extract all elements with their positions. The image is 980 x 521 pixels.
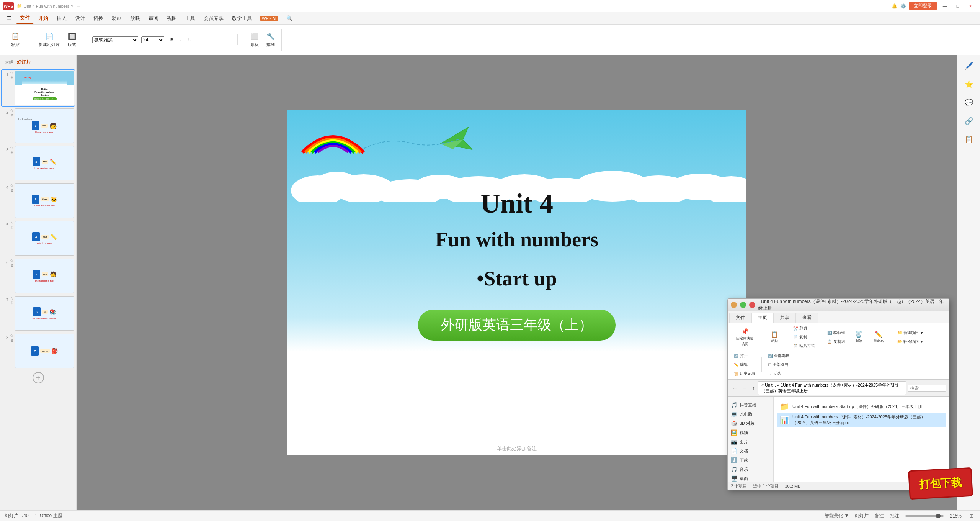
comments-btn[interactable]: 批注 bbox=[890, 513, 899, 519]
right-btn-copy[interactable]: 📋 bbox=[961, 132, 977, 147]
fm-btn-open[interactable]: ↗️ 打开 bbox=[731, 352, 758, 360]
menu-item-tools[interactable]: 工具 bbox=[181, 13, 199, 23]
fm-sidebar-thispc[interactable]: 💻 此电脑 bbox=[728, 410, 773, 419]
menu-item-wpsai[interactable]: WPS AI bbox=[256, 14, 282, 23]
slide-thumb-4[interactable]: 4 ☆ ⊕ 3 three 🐱 There are three cats bbox=[2, 183, 75, 219]
fm-btn-moveto[interactable]: ➡️ 移动到 bbox=[824, 329, 848, 337]
fm-minimize-btn[interactable] bbox=[731, 302, 737, 308]
fm-btn-delete[interactable]: 🗑️ 删除 bbox=[849, 329, 868, 345]
menu-item-design[interactable]: 设计 bbox=[71, 13, 89, 23]
bold-btn[interactable]: B bbox=[167, 36, 176, 44]
add-slide-area[interactable]: + bbox=[2, 372, 75, 383]
thumb-more-3[interactable]: ⊕ bbox=[10, 151, 13, 155]
fm-sidebar-music[interactable]: 🎵 音乐 bbox=[728, 465, 773, 474]
fm-address-field[interactable]: « Unit... « 1Unit 4 Fun with numbers（课件+… bbox=[758, 381, 906, 395]
slide-thumb-5[interactable]: 5 ☆ ⊕ 4 four 📏 Look! four rulers. bbox=[2, 220, 75, 256]
right-btn-pen[interactable]: 🖊️ bbox=[961, 58, 977, 74]
slide-thumb-8[interactable]: 8 ☆ ⊕ 7 seven 🎒 bbox=[2, 333, 75, 369]
menu-item-member[interactable]: 会员专享 bbox=[200, 13, 227, 23]
fm-sidebar-downloads[interactable]: ⬇️ 下载 bbox=[728, 455, 773, 465]
right-btn-link[interactable]: 🔗 bbox=[961, 113, 977, 129]
thumb-star-6[interactable]: ☆ bbox=[10, 259, 13, 263]
fm-up-btn[interactable]: ↑ bbox=[751, 384, 756, 392]
thumb-star-4[interactable]: ☆ bbox=[10, 183, 13, 188]
thumb-more-7[interactable]: ⊕ bbox=[10, 301, 13, 305]
italic-btn[interactable]: I bbox=[177, 36, 185, 44]
fm-sidebar-3d[interactable]: 🎲 3D 对象 bbox=[728, 419, 773, 428]
slide-thumb-6[interactable]: 6 ☆ ⊕ 5 five 🧑 The number is five. bbox=[2, 258, 75, 294]
thumb-more-4[interactable]: ⊕ bbox=[10, 188, 13, 192]
menu-item-slideshow[interactable]: 放映 bbox=[126, 13, 144, 23]
fm-btn-history[interactable]: 📜 历史记录 bbox=[731, 369, 758, 378]
fm-sidebar-pictures[interactable]: 📷 图片 bbox=[728, 437, 773, 446]
menu-item-search[interactable]: 🔍 bbox=[283, 14, 296, 23]
fm-tab-view[interactable]: 查看 bbox=[796, 313, 818, 323]
ribbon-btn-layout[interactable]: 🔲 版式 bbox=[64, 30, 80, 49]
download-badge[interactable]: 打包下载 bbox=[908, 467, 973, 500]
collapse-btn[interactable]: 🔔 bbox=[892, 3, 897, 9]
font-family-select[interactable]: 微软雅黑 bbox=[92, 36, 138, 43]
menu-item-cut[interactable]: 切换 bbox=[90, 13, 107, 23]
thumb-more-2[interactable]: ⊕ bbox=[10, 113, 13, 117]
fm-forward-btn[interactable]: → bbox=[741, 384, 749, 392]
thumb-more-6[interactable]: ⊕ bbox=[10, 263, 13, 267]
thumb-star-1[interactable]: ☆ bbox=[10, 71, 13, 75]
fm-btn-paste-as[interactable]: 📋 粘贴方式 bbox=[790, 342, 818, 350]
thumb-more-5[interactable]: ⊕ bbox=[10, 226, 13, 230]
fm-close-btn[interactable] bbox=[749, 302, 755, 308]
fm-back-btn[interactable]: ← bbox=[731, 384, 739, 392]
menu-item-file[interactable]: 文件 bbox=[16, 13, 34, 24]
thumb-star-8[interactable]: ☆ bbox=[10, 334, 13, 338]
slide-thumb-3[interactable]: 3 ☆ ⊕ 2 two ✏️ I can see two pens. bbox=[2, 145, 75, 181]
right-btn-chat[interactable]: 💬 bbox=[961, 95, 977, 110]
fm-tab-home[interactable]: 主页 bbox=[751, 313, 774, 323]
fm-sidebar-desktop[interactable]: 🖥️ 桌面 bbox=[728, 474, 773, 482]
close-btn[interactable]: ✕ bbox=[965, 3, 975, 10]
align-center-btn[interactable]: ≡ bbox=[216, 36, 225, 44]
slide-thumb-7[interactable]: 7 ☆ ⊕ 6 six 📚 Six books are in my bag. bbox=[2, 295, 75, 331]
font-size-select[interactable]: 24 bbox=[141, 36, 164, 43]
fm-maximize-btn[interactable] bbox=[740, 302, 746, 308]
settings-btn[interactable]: ⚙️ bbox=[900, 3, 906, 9]
fm-sidebar-docs[interactable]: 📄 文档 bbox=[728, 446, 773, 455]
align-right-btn[interactable]: ≡ bbox=[226, 36, 234, 44]
tab-outline[interactable]: 大纲 bbox=[5, 59, 14, 66]
zoom-slider[interactable] bbox=[905, 515, 944, 517]
smart-beauty-btn[interactable]: 智能美化 ▼ bbox=[825, 513, 849, 519]
fit-btn[interactable]: ⊞ bbox=[968, 513, 975, 519]
thumb-star-5[interactable]: ☆ bbox=[10, 221, 13, 225]
slide-thumb-1[interactable]: 1 ☆ ⊕ Unit 4 Fun with numbers •Start up bbox=[2, 70, 75, 106]
fm-tab-file[interactable]: 文件 bbox=[729, 313, 751, 323]
menu-item-review[interactable]: 审阅 bbox=[145, 13, 162, 23]
align-left-btn[interactable]: ≡ bbox=[207, 36, 216, 44]
slide-thumb-2[interactable]: 2 ☆ ⊕ Look and read 1 one 🧑 I have one e… bbox=[2, 108, 75, 144]
ribbon-btn-paste[interactable]: 📋 粘贴 bbox=[8, 30, 23, 49]
maximize-btn[interactable]: □ bbox=[954, 3, 962, 10]
login-button[interactable]: 立即登录 bbox=[909, 2, 937, 10]
menu-item-view[interactable]: 视图 bbox=[163, 13, 181, 23]
underline-btn[interactable]: U bbox=[185, 36, 194, 44]
fm-btn-pin[interactable]: 📌 固定到快速 访问 bbox=[733, 326, 756, 348]
fm-btn-invert[interactable]: ↔️ 反选 bbox=[765, 369, 792, 378]
fm-search-input[interactable] bbox=[908, 385, 946, 392]
fm-btn-rename[interactable]: ✏️ 重命名 bbox=[869, 329, 888, 345]
thumb-star-2[interactable]: ☆ bbox=[10, 108, 13, 113]
menu-item-animation[interactable]: 动画 bbox=[108, 13, 126, 23]
fm-tab-share[interactable]: 共享 bbox=[774, 313, 796, 323]
menu-item-insert[interactable]: 插入 bbox=[53, 13, 70, 23]
fm-btn-deselect[interactable]: ☐ 全部取消 bbox=[765, 360, 792, 369]
thumb-star-3[interactable]: ☆ bbox=[10, 146, 13, 150]
fm-btn-select-all[interactable]: ☑️ 全部选择 bbox=[765, 352, 792, 360]
thumb-more-8[interactable]: ⊕ bbox=[10, 338, 13, 342]
fm-sidebar-douyin[interactable]: 🎵 抖音直播 bbox=[728, 400, 773, 410]
fm-btn-paste[interactable]: 📋 粘贴 bbox=[765, 329, 784, 345]
thumb-star-7[interactable]: ☆ bbox=[10, 296, 13, 300]
fm-btn-new-item[interactable]: 📁 新建项目 ▼ bbox=[894, 329, 927, 337]
new-tab-btn[interactable]: + bbox=[77, 3, 80, 10]
menu-item-start[interactable]: 开始 bbox=[34, 13, 52, 23]
menu-item-teach[interactable]: 教学工具 bbox=[228, 13, 256, 23]
slide-note-hint[interactable]: 单击此处添加备注 bbox=[497, 445, 537, 452]
ribbon-btn-new-slide[interactable]: 📄 新建幻灯片 bbox=[36, 30, 63, 49]
notes-btn[interactable]: 备注 bbox=[875, 513, 884, 519]
close-tab-btn[interactable]: × bbox=[71, 4, 73, 8]
